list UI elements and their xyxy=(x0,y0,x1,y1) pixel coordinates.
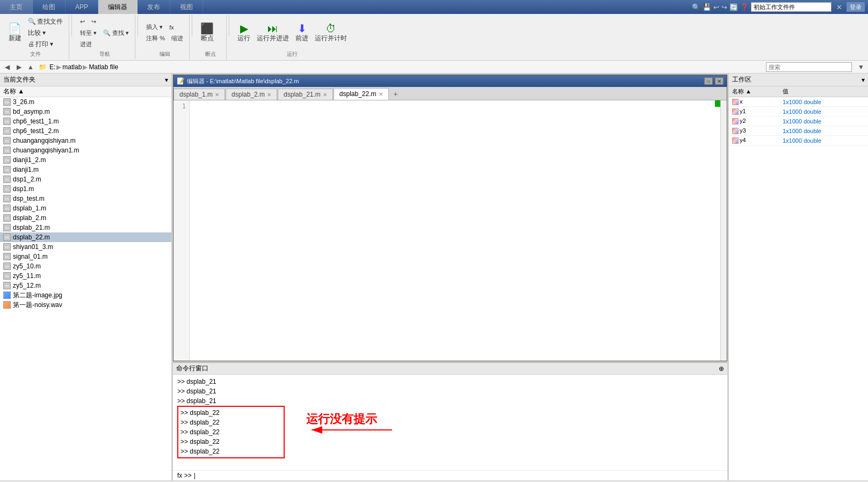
menu-tab-view[interactable]: 视图 xyxy=(170,0,203,14)
editor-tab-1[interactable]: dsplab_2.m ✕ xyxy=(226,89,277,100)
editor-content[interactable]: 1 xyxy=(173,100,727,361)
goto-btn[interactable]: 转至 ▾ xyxy=(77,27,99,38)
list-item[interactable]: m dsp1_2.m xyxy=(0,174,171,184)
file-panel-collapse-btn[interactable]: ▾ xyxy=(165,76,168,84)
file-name: bd_asymp.m xyxy=(13,108,50,115)
m-file-icon: m xyxy=(3,253,11,260)
editor-body[interactable] xyxy=(190,100,720,361)
m-file-icon: m xyxy=(3,233,11,241)
menu-tab-app[interactable]: APP xyxy=(66,0,98,14)
compare-button[interactable]: 比较 ▾ xyxy=(25,27,66,38)
new-file-button[interactable]: 📄 新建 xyxy=(5,20,24,45)
list-item[interactable]: m zy5_12.m xyxy=(0,281,171,290)
toolbar: 📄 新建 🔍 查找文件 比较 ▾ 🖨 打印 ▾ 文件 xyxy=(0,14,868,61)
undo-icon: ↩ xyxy=(713,3,719,11)
file-name: 第二题-image.jpg xyxy=(13,291,62,300)
table-row[interactable]: y4 1x1000 double xyxy=(729,136,868,145)
file-list: m 3_26.m m bd_asymp.m m chp6_test1_1.m m… xyxy=(0,97,171,480)
table-row[interactable]: y3 1x1000 double xyxy=(729,126,868,136)
list-item[interactable]: m dsplab_1.m xyxy=(0,203,171,213)
workspace-collapse-btn[interactable]: ▾ xyxy=(862,76,865,84)
addr-search-input[interactable] xyxy=(766,62,852,72)
comment-btn[interactable]: 注释 % xyxy=(143,33,168,44)
insert-btn[interactable]: 插入 ▾ xyxy=(143,22,165,33)
run-time-btn[interactable]: ⏱ 运行并计时 xyxy=(312,20,350,45)
search-close-btn[interactable]: ✕ xyxy=(834,2,844,12)
menu-tab-publish[interactable]: 发布 xyxy=(138,0,170,14)
addr-browse-btn[interactable]: 📁 xyxy=(38,62,47,72)
cmd-input-prompt: fx >> xyxy=(177,472,192,479)
editor-tab-close-0[interactable]: ✕ xyxy=(215,92,219,98)
run-advance-btn[interactable]: ⏭ 运行并进进 xyxy=(254,20,292,45)
menu-tab-plot[interactable]: 绘图 xyxy=(33,0,66,14)
editor-tab-3[interactable]: dsplab_22.m ✕ xyxy=(334,88,389,100)
file-name: dianji1_2.m xyxy=(13,156,46,164)
list-item[interactable]: m dianji1_2.m xyxy=(0,155,171,165)
breakpoint-btn[interactable]: ⬛ 断点 xyxy=(198,20,216,45)
list-item[interactable]: 第一题-noisy.wav xyxy=(0,300,171,310)
print-button[interactable]: 🖨 打印 ▾ xyxy=(25,39,66,49)
find-btn[interactable]: 🔍 查找 ▾ xyxy=(100,27,132,38)
table-row[interactable]: y2 1x1000 double xyxy=(729,116,868,126)
list-item[interactable]: m chuangangqishiyan1.m xyxy=(0,145,171,155)
table-row[interactable]: x 1x1000 double xyxy=(729,97,868,107)
list-item[interactable]: m dsplab_2.m xyxy=(0,213,171,223)
workspace-search-input[interactable] xyxy=(751,2,831,12)
m-file-icon: m xyxy=(3,127,11,135)
editor-minimize-btn[interactable]: ○ xyxy=(704,77,713,85)
list-item[interactable]: m bd_asymp.m xyxy=(0,107,171,116)
forward-btn[interactable]: ⬇ 前进 xyxy=(293,20,311,45)
list-item[interactable]: m zy5_10.m xyxy=(0,261,171,271)
list-item[interactable]: m chuangangqishiyan.m xyxy=(0,136,171,145)
editor-tab-label-1: dsplab_2.m xyxy=(232,91,265,98)
sep4 xyxy=(229,15,229,36)
editor-scrollbar[interactable] xyxy=(720,100,727,361)
table-row[interactable]: y1 1x1000 double xyxy=(729,107,868,116)
list-item[interactable]: m 3_26.m xyxy=(0,97,171,107)
list-item[interactable]: m dsplab_21.m xyxy=(0,223,171,232)
list-item-selected[interactable]: m dsplab_22.m xyxy=(0,232,171,242)
login-button[interactable]: 登录 xyxy=(847,2,865,12)
list-item[interactable]: m dsp_test.m xyxy=(0,194,171,203)
run-btn[interactable]: ▶ 运行 xyxy=(235,20,253,45)
list-item[interactable]: m zy5_11.m xyxy=(0,271,171,281)
step-in-btn[interactable]: 进进 xyxy=(77,39,95,49)
redo-icon: ↪ xyxy=(721,3,727,11)
menu-tab-editor[interactable]: 编辑器 xyxy=(98,0,138,14)
editor-tab-close-2[interactable]: ✕ xyxy=(323,92,327,98)
add-tab-btn[interactable]: + xyxy=(389,88,402,100)
editor-tab-0[interactable]: dsplab_1.m ✕ xyxy=(173,89,225,100)
addr-part-2: Matlab file xyxy=(89,63,118,71)
list-item[interactable]: 第二题-image.jpg xyxy=(0,290,171,300)
list-item[interactable]: m dianji1.m xyxy=(0,165,171,174)
addr-back-btn[interactable]: ◀ xyxy=(2,62,12,72)
editor-tab-close-1[interactable]: ✕ xyxy=(267,92,271,98)
run-advance-icon: ⏭ xyxy=(267,23,278,34)
var-name-y3: y3 xyxy=(729,126,779,136)
list-item[interactable]: m chp6_test1_1.m xyxy=(0,116,171,126)
img-file-icon xyxy=(3,291,11,299)
list-item[interactable]: m shiyan01_3.m xyxy=(0,242,171,252)
list-item[interactable]: m dsp1.m xyxy=(0,184,171,194)
menu-tab-home[interactable]: 主页 xyxy=(0,0,33,14)
nav-forward-btn[interactable]: ↪ xyxy=(89,16,99,27)
editor-close-btn[interactable]: ✕ xyxy=(715,77,724,85)
list-item[interactable]: m chp6_test1_2.m xyxy=(0,126,171,136)
workspace-col-name: 名称 ▲ xyxy=(729,86,779,97)
m-file-icon: m xyxy=(3,214,11,222)
editor-tab-2[interactable]: dsplab_21.m ✕ xyxy=(278,89,333,100)
addr-up-btn[interactable]: ▲ xyxy=(26,62,35,72)
addr-collapse-btn[interactable]: ▼ xyxy=(856,62,866,72)
fx-btn[interactable]: fx xyxy=(167,22,177,33)
file-name: chp6_test1_1.m xyxy=(13,118,59,125)
find-file-button[interactable]: 🔍 查找文件 xyxy=(25,16,66,27)
editor-tab-close-3[interactable]: ✕ xyxy=(379,91,383,97)
nav-back-btn[interactable]: ↩ xyxy=(77,16,88,27)
cmd-expand-btn[interactable]: ⊕ xyxy=(719,365,724,373)
indent-btn[interactable]: 缩进 xyxy=(169,33,186,44)
editor-tab-label-2: dsplab_21.m xyxy=(284,91,321,98)
address-bar: ◀ ▶ ▲ 📁 E: ▶ matlab ▶ Matlab file ▼ xyxy=(0,61,868,74)
addr-forward-btn[interactable]: ▶ xyxy=(14,62,24,72)
toolbar-section-run: ▶ 运行 ⏭ 运行并进进 ⬇ 前进 ⏱ 运行并计时 运行 xyxy=(232,15,353,59)
list-item[interactable]: m signal_01.m xyxy=(0,252,171,261)
